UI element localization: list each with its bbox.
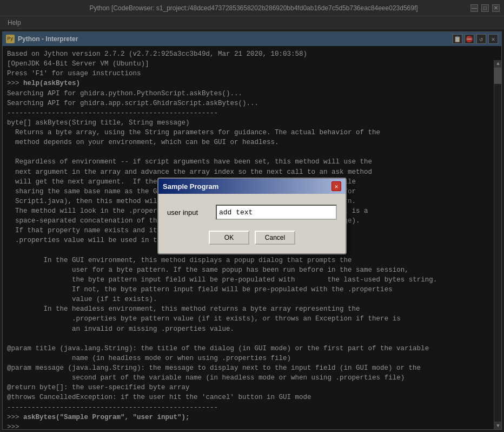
modal-close-button[interactable]: ✕ [331, 181, 341, 191]
ok-button[interactable]: OK [209, 231, 249, 245]
modal-title: Sample Program [163, 182, 218, 191]
modal-titlebar: Sample Program ✕ [158, 179, 346, 194]
modal-overlay: Sample Program ✕ user input OK Cancel [0, 0, 504, 432]
input-field-row: user input [167, 205, 337, 220]
user-input-field[interactable] [216, 205, 337, 220]
user-input-label: user input [167, 208, 210, 217]
modal-button-row: OK Cancel [167, 231, 337, 245]
modal-body: user input OK Cancel [158, 194, 346, 253]
sample-program-dialog: Sample Program ✕ user input OK Cancel [157, 178, 347, 254]
cancel-button[interactable]: Cancel [255, 231, 295, 245]
